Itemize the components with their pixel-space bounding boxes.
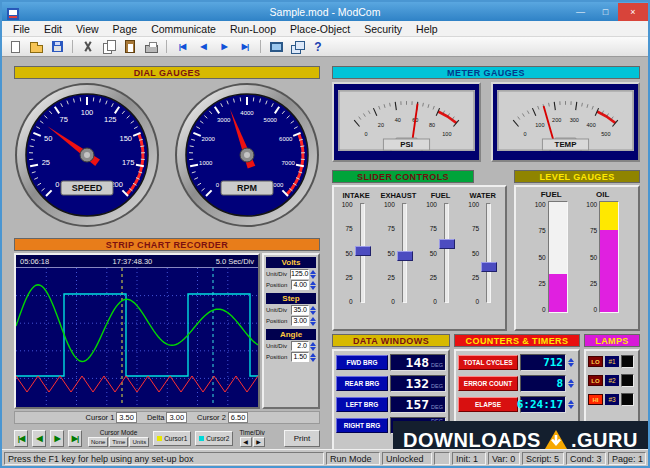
cursor1-button[interactable]: Cursor1 xyxy=(153,431,191,446)
svg-text:0: 0 xyxy=(55,180,59,189)
cut-icon[interactable] xyxy=(79,39,97,55)
chart-next-button[interactable]: ▶ xyxy=(50,430,64,447)
nav-last-icon[interactable]: ▶| xyxy=(236,39,254,55)
step-unit-div-spinner[interactable] xyxy=(310,306,316,315)
lamp2-state-badge: LO xyxy=(588,375,603,386)
menu-security[interactable]: Security xyxy=(357,22,409,36)
slider-thumb[interactable] xyxy=(355,246,371,256)
save-icon[interactable] xyxy=(48,39,66,55)
strip-chart-frame: 05:06:18 17:37:48.30 5.0 Sec/Div xyxy=(14,253,260,409)
cursor-mode-time-button[interactable]: Time xyxy=(109,437,128,447)
unit-div-label: Unit/Div xyxy=(266,307,290,313)
svg-text:40: 40 xyxy=(395,117,401,123)
nav-first-icon[interactable]: |◀ xyxy=(173,39,191,55)
menu-communicate[interactable]: Communicate xyxy=(144,22,223,36)
slider-thumb[interactable] xyxy=(481,262,497,272)
error-count-label: ERROR COUNT xyxy=(458,376,518,391)
svg-text:6000: 6000 xyxy=(279,136,293,142)
svg-text:20: 20 xyxy=(378,121,384,127)
time-div-increase-icon[interactable]: ▶ xyxy=(253,437,265,447)
menu-page[interactable]: Page xyxy=(106,22,145,36)
slider-scale: 1007550250 xyxy=(426,201,437,305)
paste-icon[interactable] xyxy=(121,39,139,55)
copy-icon[interactable] xyxy=(100,39,118,55)
chart-sec-per-div: 5.0 Sec/Div xyxy=(216,257,254,266)
svg-text:300: 300 xyxy=(570,117,579,123)
open-icon[interactable] xyxy=(27,39,45,55)
elapse-label: ELAPSE xyxy=(458,397,518,412)
step-position-input[interactable]: 3.00 xyxy=(291,316,309,326)
cursor-mode-units-button[interactable]: Units xyxy=(129,437,149,447)
volts-unit-div-input[interactable]: 125.0 xyxy=(290,269,309,279)
slider-label: EXHAUST xyxy=(380,191,416,200)
cursor2-button[interactable]: Cursor2 xyxy=(195,431,233,446)
volts-position-spinner[interactable] xyxy=(310,281,316,290)
position-label: Position xyxy=(266,354,290,360)
left-brg-label: LEFT BRG xyxy=(336,397,388,412)
monitor-icon[interactable] xyxy=(267,39,285,55)
lamp2-indicator xyxy=(621,374,634,387)
speed-dial-gauge: 0255075100125150175200SPEED xyxy=(14,82,160,228)
list-item: LO#2 xyxy=(588,374,636,387)
channel-settings-panel: Volts Unit/Div125.0 Position4.00 Step Un… xyxy=(262,253,320,409)
cursor2-value: 6.50 xyxy=(228,412,249,423)
slider-thumb[interactable] xyxy=(439,239,455,249)
slider-thumb[interactable] xyxy=(397,251,413,261)
windows-icon[interactable] xyxy=(288,39,306,55)
slider-track[interactable] xyxy=(355,201,371,305)
title-bar: Sample.mod - ModCom — □ × xyxy=(2,2,648,21)
total-cycles-spinner[interactable] xyxy=(568,358,574,367)
svg-text:50: 50 xyxy=(44,134,52,143)
chart-last-button[interactable]: ▶| xyxy=(68,430,82,447)
cursor-mode-label: Cursor Mode xyxy=(100,429,138,436)
menu-place-object[interactable]: Place-Object xyxy=(283,22,357,36)
volts-unit-div-spinner[interactable] xyxy=(310,270,316,279)
slider-track[interactable] xyxy=(397,201,413,305)
new-icon[interactable] xyxy=(6,39,24,55)
rear-brg-label: REAR BRG xyxy=(336,376,388,391)
nav-prev-icon[interactable]: ◀ xyxy=(194,39,212,55)
cursor2-color-swatch xyxy=(199,436,204,441)
menu-file[interactable]: File xyxy=(6,22,37,36)
maximize-button[interactable]: □ xyxy=(593,3,618,21)
status-empty xyxy=(434,452,450,465)
status-init-1: Init: 1 xyxy=(452,452,486,465)
menu-edit[interactable]: Edit xyxy=(37,22,69,36)
print-button[interactable]: Print xyxy=(284,430,320,447)
chart-first-button[interactable]: |◀ xyxy=(14,430,28,447)
nav-next-icon[interactable]: ▶ xyxy=(215,39,233,55)
svg-text:0: 0 xyxy=(524,131,527,137)
step-unit-div-input[interactable]: 35.0 xyxy=(291,305,309,315)
slider-track[interactable] xyxy=(439,201,455,305)
menu-help[interactable]: Help xyxy=(409,22,445,36)
level-gauges-header: LEVEL GAUGES xyxy=(514,170,640,183)
volts-position-input[interactable]: 4.00 xyxy=(291,280,309,290)
status-help-text: Press the F1 key for help using any set-… xyxy=(4,452,324,465)
menu-run-loop[interactable]: Run-Loop xyxy=(223,22,283,36)
angle-unit-div-input[interactable]: 2.0 xyxy=(291,341,309,351)
angle-position-input[interactable]: 1.50 xyxy=(291,352,309,362)
help-icon[interactable]: ? xyxy=(309,39,327,55)
step-position-spinner[interactable] xyxy=(310,317,316,326)
svg-text:200: 200 xyxy=(552,117,561,123)
svg-text:TEMP: TEMP xyxy=(555,140,577,149)
minimize-button[interactable]: — xyxy=(568,3,593,21)
menu-bar: FileEditViewPageCommunicateRun-LoopPlace… xyxy=(2,21,648,37)
slider-water: WATER1007550250 xyxy=(463,189,503,329)
cursor-readout-strip: Cursor 13.50 Delta3.00 Cursor 26.50 xyxy=(14,411,320,424)
close-button[interactable]: × xyxy=(618,3,648,21)
level-bar xyxy=(548,201,568,313)
elapse-spinner[interactable] xyxy=(568,400,574,409)
menu-view[interactable]: View xyxy=(69,22,106,36)
slider-track[interactable] xyxy=(481,201,497,305)
angle-position-spinner[interactable] xyxy=(310,353,316,362)
angle-unit-div-spinner[interactable] xyxy=(310,342,316,351)
counters-timers-header: COUNTERS & TIMERS xyxy=(454,334,580,347)
chart-prev-button[interactable]: ◀ xyxy=(32,430,46,447)
print-icon[interactable] xyxy=(142,39,160,55)
chart-start-time: 05:06:18 xyxy=(20,257,49,266)
cursor2-readout: Cursor 26.50 xyxy=(197,413,248,422)
cursor-mode-none-button[interactable]: None xyxy=(88,437,108,447)
time-div-decrease-icon[interactable]: ◀ xyxy=(240,437,252,447)
error-count-spinner[interactable] xyxy=(568,379,574,388)
